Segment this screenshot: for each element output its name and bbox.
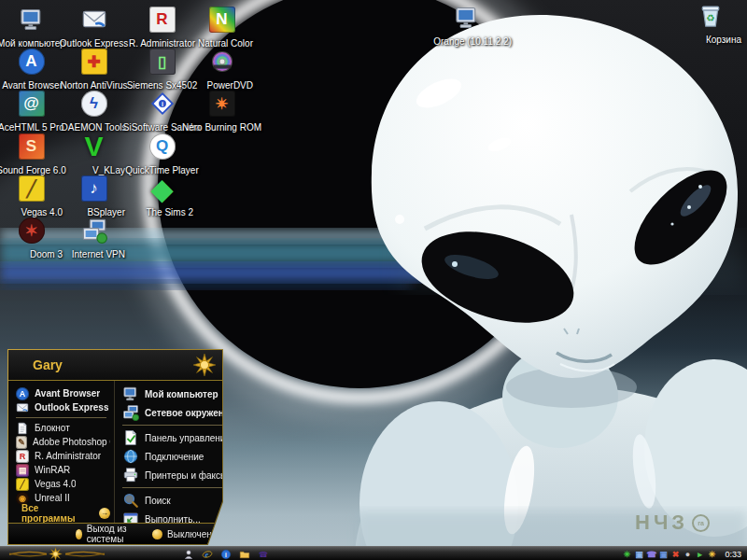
menu-item-label: Outlook Express: [35, 402, 108, 413]
log-off-label: Выход из системы: [87, 524, 135, 544]
icon-image: A: [0, 48, 63, 76]
desktop-icon-outlook-express[interactable]: Outlook Express: [63, 6, 125, 50]
page-icon: [16, 422, 29, 435]
desktop-icon-v-klay[interactable]: VV_KLay: [63, 133, 125, 177]
menu-item-label: Блокнот: [35, 423, 70, 433]
desktop-icon-acehtml-5-pro[interactable]: @AceHTML 5 Pro: [0, 90, 63, 134]
icon-image: V: [63, 133, 125, 161]
computer-icon: [454, 5, 480, 31]
icon-image: [680, 2, 741, 30]
desktop-icon-daemon-tools[interactable]: ϟDAEMON Tools: [63, 90, 125, 134]
icon-label: AceHTML 5 Pro: [0, 122, 64, 133]
tray-network-activity[interactable]: ✳: [622, 550, 631, 559]
desktop-icon-nero-burning-rom[interactable]: ✴Nero Burning ROM: [190, 90, 253, 134]
search-icon: [122, 492, 139, 509]
quick-launch-bar: [183, 547, 269, 560]
quick-launch-phone-dialer[interactable]: [258, 549, 269, 560]
tray-pointer[interactable]: ●: [683, 550, 692, 559]
quick-launch-internet-explorer[interactable]: [202, 549, 213, 560]
desktop-icon-internet-vpn[interactable]: Internet VPN: [63, 217, 125, 261]
desktop-icon-sound-forge-6-0[interactable]: SSound Forge 6.0: [0, 133, 63, 177]
start-button[interactable]: [0, 547, 131, 560]
quick-launch-my-documents-folder[interactable]: [239, 549, 250, 560]
tray-language-gold[interactable]: ✳: [707, 550, 716, 559]
checkpage-icon: [122, 429, 139, 446]
computer-icon: [122, 385, 139, 402]
icon-label: Internet VPN: [72, 249, 125, 259]
menu-item-winrar[interactable]: ▤WinRAR: [8, 463, 114, 477]
desktop-icon-bsplayer[interactable]: ♪BSplayer: [63, 175, 125, 219]
diamond-icon: [149, 91, 176, 117]
desktop-icon-avant-browser[interactable]: AAvant Browser: [0, 48, 63, 92]
app-badge-icon: ϟ: [81, 91, 107, 117]
menu-separator: [122, 487, 236, 488]
app-badge-icon: ▤: [16, 464, 29, 477]
menu-separator: [16, 417, 106, 418]
menu-item-r-administrator[interactable]: RR. Administrator: [8, 449, 114, 463]
start-menu-pinned-column: AAvant BrowserOutlook ExpressБлокнот✎Ado…: [8, 381, 115, 523]
mail-icon: [16, 401, 29, 414]
desktop-icon-r-administrator[interactable]: RR. Administrator: [131, 6, 193, 50]
desktop: ♻ i e: [0, 0, 747, 560]
tray-computer-1[interactable]: ▣: [634, 550, 643, 559]
tray-connection[interactable]: ▸: [695, 550, 704, 559]
info-icon: [220, 549, 232, 560]
menu-item-label: Unreal II: [35, 493, 70, 503]
app-badge-icon: @: [19, 91, 45, 117]
menu-item-label: Принтеры и факсы: [145, 470, 227, 481]
tray-volume-muted[interactable]: ✖: [670, 550, 680, 559]
tray-phone[interactable]: ☎: [646, 550, 655, 559]
log-off-icon: [76, 529, 82, 539]
icon-image: [190, 48, 253, 76]
icon-label: Nero Burning ROM: [182, 122, 261, 133]
desktop-icon-мой-компьютер[interactable]: Мой компьютер: [0, 6, 63, 50]
menu-item-avant-browser[interactable]: AAvant Browser: [8, 386, 114, 400]
computer-icon: [19, 7, 45, 33]
menu-item-label: Avant Browser: [35, 388, 100, 399]
icon-image: ✶: [0, 217, 63, 245]
desktop-icon-корзина[interactable]: Корзина: [680, 2, 741, 47]
globe-icon: [122, 448, 139, 465]
app-badge-icon: ╱: [16, 478, 29, 491]
all-programs-label: Все программы: [21, 503, 93, 524]
desktop-icon-the-sims-2[interactable]: ◆The Sims 2: [131, 175, 193, 219]
menu-item-outlook-express[interactable]: Outlook Express: [8, 400, 114, 414]
shut-down-icon: [152, 529, 162, 539]
menu-item-label: Adobe Photoshop CS: [33, 437, 110, 447]
quick-launch-show-desktop[interactable]: [183, 549, 194, 560]
desktop-icon-vegas-4-0[interactable]: ╱Vegas 4.0: [0, 175, 63, 219]
app-badge-icon: ✶: [19, 217, 45, 244]
desktop-icon-quicktime-player[interactable]: QQuickTime Player: [131, 133, 193, 177]
desktop-icon-orange-10-11-2-2[interactable]: Orange (10.11.2.2): [422, 4, 512, 49]
icon-image: ϟ: [63, 90, 125, 118]
app-badge-icon: ✎: [16, 436, 27, 449]
log-off-button[interactable]: Выход из системы: [76, 524, 135, 544]
watermark-text: НЧЗ: [635, 511, 688, 535]
desktop-icon-powerdvd[interactable]: PowerDVD: [190, 48, 253, 92]
disc-icon: [209, 49, 235, 75]
all-programs-button[interactable]: Все программы →: [8, 505, 114, 521]
icon-image: S: [0, 133, 63, 161]
desktop-icon-natural-color[interactable]: NNatural Color: [190, 6, 253, 50]
quick-launch-messenger[interactable]: [220, 549, 232, 560]
network-icon: [81, 217, 107, 244]
desktop-icon-norton-antivirus[interactable]: ✚Norton AntiVirus: [63, 48, 125, 92]
tray-computer-2[interactable]: ▣: [658, 550, 668, 559]
menu-item-vegas-4-0[interactable]: ╱Vegas 4.0: [8, 477, 114, 491]
desktop-icon-doom-3[interactable]: ✶Doom 3: [0, 217, 63, 261]
taskbar-clock[interactable]: 0:33: [725, 550, 741, 559]
wallpaper-watermark: НЧЗ ra: [635, 511, 710, 535]
menu-item-блокнот[interactable]: Блокнот: [8, 421, 114, 435]
menu-item-adobe-photoshop-cs[interactable]: ✎Adobe Photoshop CS: [8, 435, 114, 449]
desktop-icon-siemens-sx4502[interactable]: ▯Siemens Sx4502: [131, 48, 193, 92]
bin-icon: [698, 3, 724, 29]
icon-image: [63, 217, 125, 245]
app-badge-icon: ◆: [149, 175, 176, 202]
watermark-badge: ra: [692, 514, 710, 532]
app-badge-icon: Q: [149, 133, 176, 160]
menu-item-label: Сетевое окружен...: [145, 408, 232, 418]
icon-image: Q: [131, 133, 193, 161]
app-badge-icon: A: [16, 387, 29, 400]
app-badge-icon: A: [19, 49, 45, 75]
app-badge-icon: R: [149, 7, 176, 33]
